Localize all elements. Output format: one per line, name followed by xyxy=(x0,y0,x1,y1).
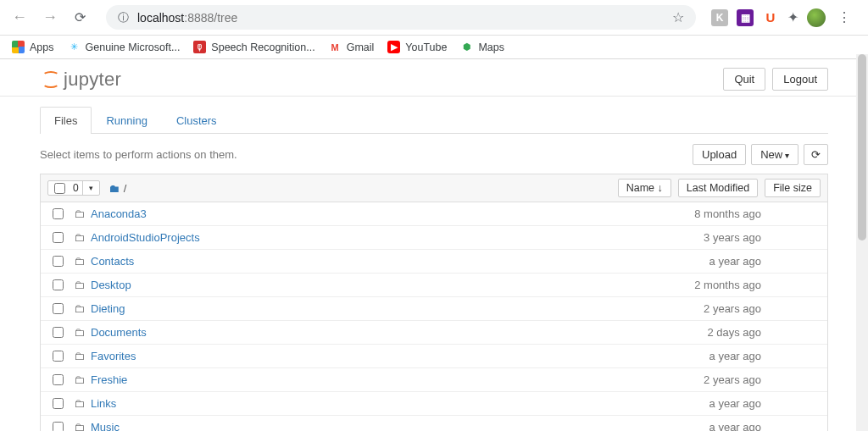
bookmark-apps[interactable]: Apps xyxy=(12,41,54,53)
file-link[interactable]: AndroidStudioProjects xyxy=(91,231,200,244)
scrollbar-thumb[interactable] xyxy=(858,54,866,240)
folder-icon: 🗀 xyxy=(74,302,86,315)
address-bar[interactable]: ⓘ localhost:8888/tree ☆ xyxy=(106,5,696,30)
selected-count: 0 xyxy=(70,182,82,194)
file-checkbox[interactable] xyxy=(53,208,64,219)
bookmarks-bar: Apps ✳Genuine Microsoft... 🎙Speech Recog… xyxy=(0,36,868,59)
sort-arrow-icon: ↓ xyxy=(658,182,663,194)
bookmark-item[interactable]: ✳Genuine Microsoft... xyxy=(68,41,181,53)
extension-icon[interactable]: U xyxy=(762,9,779,26)
sort-size-button[interactable]: File size xyxy=(765,179,821,197)
quit-button[interactable]: Quit xyxy=(723,68,765,91)
file-link[interactable]: Dieting xyxy=(91,302,125,315)
file-row: 🗀AndroidStudioProjects3 years ago xyxy=(41,226,827,250)
bookmark-maps[interactable]: ⬢Maps xyxy=(460,41,504,53)
file-checkbox[interactable] xyxy=(53,303,64,314)
apps-icon xyxy=(12,41,25,53)
reload-button[interactable]: ⟳ xyxy=(70,9,91,25)
select-dropdown-caret[interactable]: ▾ xyxy=(82,181,99,195)
file-row: 🗀Documents2 days ago xyxy=(41,321,827,345)
bookmark-item[interactable]: 🎙Speech Recognition... xyxy=(193,41,314,53)
bookmark-gmail[interactable]: MGmail xyxy=(329,41,375,53)
file-row: 🗀Anaconda38 months ago xyxy=(41,202,827,226)
file-checkbox[interactable] xyxy=(53,398,64,409)
forward-button[interactable]: → xyxy=(39,8,61,26)
file-checkbox[interactable] xyxy=(53,232,64,243)
tab-clusters[interactable]: Clusters xyxy=(162,107,231,134)
file-checkbox[interactable] xyxy=(53,327,64,338)
folder-icon[interactable]: 🖿 xyxy=(108,182,120,195)
main-container: Files Running Clusters Select items to p… xyxy=(31,107,837,431)
file-row: 🗀Dieting2 years ago xyxy=(41,297,827,321)
file-modified: a year ago xyxy=(709,421,821,431)
new-button[interactable]: New xyxy=(751,144,798,165)
bookmark-label: Genuine Microsoft... xyxy=(86,41,181,53)
extension-icon[interactable]: ▦ xyxy=(737,9,754,26)
breadcrumb-root[interactable]: / xyxy=(124,182,127,195)
file-row: 🗀Favoritesa year ago xyxy=(41,345,827,368)
file-row: 🗀Desktop2 months ago xyxy=(41,274,827,297)
file-checkbox[interactable] xyxy=(53,351,64,362)
sort-name-button[interactable]: Name ↓ xyxy=(618,179,671,197)
file-row: 🗀Linksa year ago xyxy=(41,392,827,416)
folder-icon: 🗀 xyxy=(74,279,86,291)
tabs: Files Running Clusters xyxy=(40,107,828,134)
file-link[interactable]: Documents xyxy=(91,326,147,339)
file-checkbox[interactable] xyxy=(53,374,64,385)
file-link[interactable]: Links xyxy=(91,397,116,410)
file-link[interactable]: Freshie xyxy=(91,373,127,386)
tab-running[interactable]: Running xyxy=(92,107,161,134)
selection-hint: Select items to perform actions on them. xyxy=(40,148,237,161)
browser-toolbar: ← → ⟳ ⓘ localhost:8888/tree ☆ K ▦ U ✦ ⋮ xyxy=(0,0,868,36)
select-all-checkbox[interactable] xyxy=(54,183,65,194)
sort-modified-button[interactable]: Last Modified xyxy=(678,179,758,197)
logout-button[interactable]: Logout xyxy=(772,68,828,91)
site-info-icon[interactable]: ⓘ xyxy=(118,10,129,25)
jupyter-brand-text: jupyter xyxy=(64,69,121,91)
file-link[interactable]: Desktop xyxy=(91,279,131,291)
file-modified: 3 years ago xyxy=(704,231,821,244)
folder-icon: 🗀 xyxy=(74,350,86,362)
file-modified: a year ago xyxy=(709,397,821,410)
list-header: 0 ▾ 🖿 / Name ↓ Last Modified File size xyxy=(40,174,828,202)
actions-row: Select items to perform actions on them.… xyxy=(40,134,828,174)
profile-avatar[interactable] xyxy=(807,8,826,27)
file-row: 🗀Contactsa year ago xyxy=(41,250,827,274)
jupyter-orb-icon xyxy=(40,70,58,89)
jupyter-logo[interactable]: jupyter xyxy=(40,69,121,91)
file-link[interactable]: Contacts xyxy=(91,255,134,268)
folder-icon: 🗀 xyxy=(74,231,86,244)
file-modified: 2 years ago xyxy=(704,373,821,386)
file-modified: 2 years ago xyxy=(704,302,821,315)
file-checkbox[interactable] xyxy=(53,279,64,290)
select-all-group: 0 ▾ xyxy=(47,180,100,196)
file-modified: 2 months ago xyxy=(694,279,821,291)
bookmark-label: Apps xyxy=(30,41,54,53)
file-link[interactable]: Favorites xyxy=(91,350,136,362)
maps-icon: ⬢ xyxy=(460,41,473,53)
gmail-icon: M xyxy=(329,41,342,53)
youtube-icon: ▶ xyxy=(387,41,400,53)
back-button[interactable]: ← xyxy=(8,8,31,26)
browser-menu-icon[interactable]: ⋮ xyxy=(834,9,854,25)
bookmark-youtube[interactable]: ▶YouTube xyxy=(387,41,447,53)
file-link[interactable]: Anaconda3 xyxy=(91,207,147,220)
folder-icon: 🗀 xyxy=(74,397,86,410)
bookmark-label: YouTube xyxy=(405,41,447,53)
file-link[interactable]: Music xyxy=(91,421,120,431)
file-modified: 8 months ago xyxy=(694,207,821,220)
refresh-button[interactable]: ⟳ xyxy=(804,144,828,165)
snowflake-icon: ✳ xyxy=(68,41,81,53)
bookmark-label: Speech Recognition... xyxy=(211,41,314,53)
tab-files[interactable]: Files xyxy=(40,107,92,134)
folder-icon: 🗀 xyxy=(74,373,86,386)
file-row: 🗀Musica year ago xyxy=(41,416,827,431)
extensions-menu-icon[interactable]: ✦ xyxy=(787,9,798,25)
extension-icon[interactable]: K xyxy=(711,9,728,26)
bookmark-star-icon[interactable]: ☆ xyxy=(672,9,684,25)
scrollbar-track[interactable] xyxy=(856,54,868,431)
file-checkbox[interactable] xyxy=(53,256,64,267)
upload-button[interactable]: Upload xyxy=(693,144,746,165)
file-checkbox[interactable] xyxy=(53,422,64,431)
file-list: 🗀Anaconda38 months ago🗀AndroidStudioProj… xyxy=(40,202,828,431)
